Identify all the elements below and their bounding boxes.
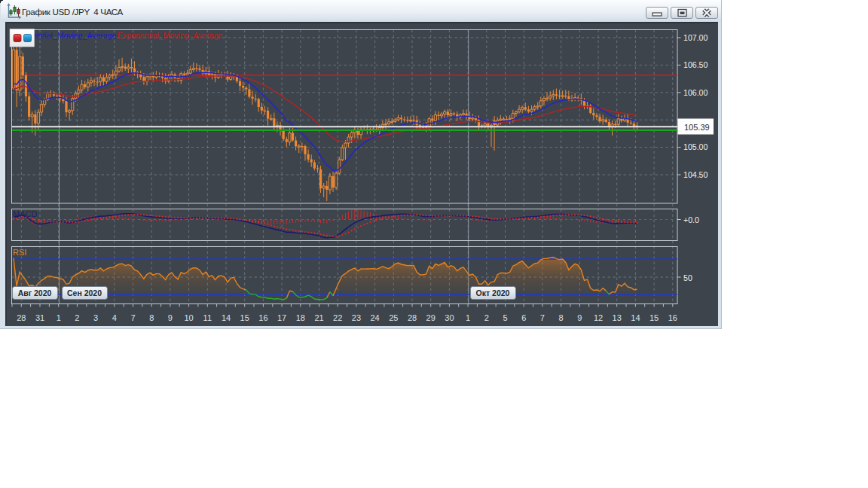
svg-text:3: 3 xyxy=(93,313,98,322)
svg-text:7: 7 xyxy=(130,313,135,322)
svg-text:RSI: RSI xyxy=(13,248,26,257)
svg-text:2: 2 xyxy=(484,313,489,322)
svg-text:2: 2 xyxy=(75,313,79,322)
svg-text:107.00: 107.00 xyxy=(683,33,708,42)
svg-text:25: 25 xyxy=(389,313,398,322)
svg-text:15: 15 xyxy=(649,313,659,322)
svg-text:24: 24 xyxy=(370,313,379,322)
svg-text:30: 30 xyxy=(445,313,454,322)
svg-text:16: 16 xyxy=(258,313,267,322)
svg-text:17: 17 xyxy=(277,313,286,322)
svg-text:18: 18 xyxy=(296,313,305,322)
svg-text:Exponential_Moving_Average: Exponential_Moving_Average xyxy=(118,31,222,40)
svg-text:22: 22 xyxy=(333,313,342,322)
svg-text:14: 14 xyxy=(631,313,640,322)
svg-text:5: 5 xyxy=(503,313,507,322)
svg-text:13: 13 xyxy=(613,313,622,322)
svg-text:106.50: 106.50 xyxy=(683,60,708,69)
svg-text:28: 28 xyxy=(408,313,417,322)
svg-text:31: 31 xyxy=(35,313,44,322)
svg-text:6: 6 xyxy=(521,313,526,322)
svg-text:Сен 2020: Сен 2020 xyxy=(67,288,102,297)
svg-text:8: 8 xyxy=(149,313,154,322)
svg-text:7: 7 xyxy=(540,313,545,322)
svg-text:105.39: 105.39 xyxy=(684,123,710,132)
svg-text:106.00: 106.00 xyxy=(683,88,708,97)
svg-text:1: 1 xyxy=(57,313,61,322)
svg-text:11: 11 xyxy=(203,313,212,322)
svg-text:50: 50 xyxy=(683,273,692,282)
svg-text:28: 28 xyxy=(17,313,26,322)
svg-text:14: 14 xyxy=(222,313,231,322)
svg-text:21: 21 xyxy=(314,313,323,322)
svg-text:12: 12 xyxy=(594,313,603,322)
svg-text:Окт 2020: Окт 2020 xyxy=(476,288,510,297)
svg-text:16: 16 xyxy=(668,313,677,322)
svg-text:9: 9 xyxy=(577,313,582,322)
svg-text:9: 9 xyxy=(168,313,173,322)
svg-text:104.50: 104.50 xyxy=(683,170,708,179)
svg-text:15: 15 xyxy=(240,313,249,322)
svg-text:1: 1 xyxy=(466,313,470,322)
svg-text:MACD: MACD xyxy=(13,209,37,218)
svg-text:+0.0: +0.0 xyxy=(683,215,699,224)
svg-text:23: 23 xyxy=(352,313,361,322)
svg-text:8: 8 xyxy=(559,313,564,322)
svg-text:105.00: 105.00 xyxy=(683,142,708,151)
svg-text:Авг 2020: Авг 2020 xyxy=(18,288,52,297)
svg-text:4: 4 xyxy=(112,313,117,322)
svg-text:10: 10 xyxy=(184,313,193,322)
svg-text:29: 29 xyxy=(426,313,436,322)
